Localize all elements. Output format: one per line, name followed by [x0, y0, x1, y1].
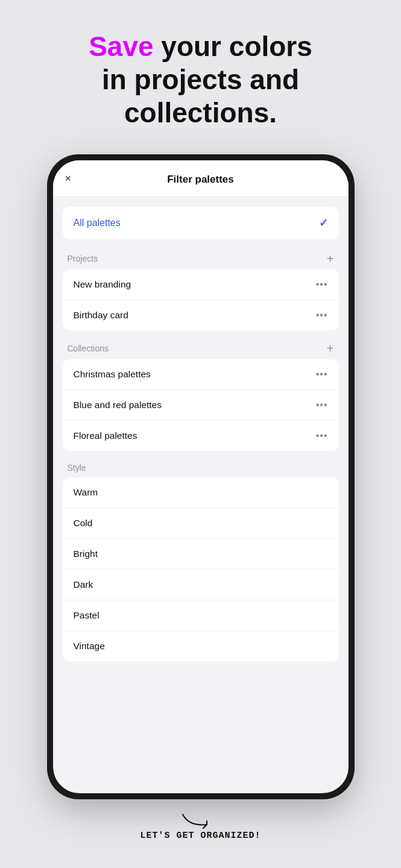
- style-label: Warm: [74, 487, 98, 498]
- style-item[interactable]: Pastel: [63, 600, 339, 631]
- close-button[interactable]: ×: [65, 173, 72, 184]
- save-word: Save: [89, 31, 153, 62]
- style-section-label: Style: [68, 463, 86, 473]
- style-label: Pastel: [74, 610, 99, 621]
- scroll-area: All palettes ✓ Projects + New branding •…: [53, 197, 349, 682]
- projects-list: New branding ••• Birthday card •••: [63, 269, 339, 330]
- all-palettes-row[interactable]: All palettes ✓: [63, 207, 339, 239]
- all-palettes-label: All palettes: [74, 218, 121, 228]
- check-icon: ✓: [319, 216, 328, 230]
- arrow-icon: [177, 811, 225, 829]
- projects-section-header: Projects +: [63, 249, 339, 269]
- style-item[interactable]: Dark: [63, 570, 339, 600]
- modal-title: Filter palettes: [167, 174, 234, 186]
- project-label: New branding: [74, 279, 131, 290]
- collections-add-button[interactable]: +: [327, 342, 334, 354]
- bottom-tagline: LET'S GET ORGANIZED!: [140, 811, 260, 841]
- style-item[interactable]: Bright: [63, 539, 339, 570]
- collection-label: Blue and red palettes: [74, 400, 162, 410]
- collection-more-button[interactable]: •••: [316, 369, 328, 380]
- list-item[interactable]: Birthday card •••: [63, 300, 339, 330]
- list-item[interactable]: Blue and red palettes •••: [63, 390, 339, 421]
- tagline-text: LET'S GET ORGANIZED!: [140, 831, 260, 841]
- headline: Save your colorsin projects andcollectio…: [89, 30, 312, 130]
- style-section-header: Style: [63, 459, 339, 477]
- project-more-button[interactable]: •••: [316, 279, 328, 290]
- style-label: Bright: [74, 549, 98, 559]
- modal-header: × Filter palettes: [53, 160, 349, 197]
- project-more-button[interactable]: •••: [316, 310, 328, 321]
- style-label: Cold: [74, 518, 93, 529]
- collection-label: Floreal palettes: [74, 430, 137, 441]
- list-item[interactable]: Christmas palettes •••: [63, 359, 339, 390]
- collections-section-header: Collections +: [63, 339, 339, 359]
- style-label: Vintage: [74, 641, 105, 652]
- list-item[interactable]: Floreal palettes •••: [63, 421, 339, 451]
- style-item[interactable]: Warm: [63, 477, 339, 508]
- style-label: Dark: [74, 579, 93, 590]
- projects-section-label: Projects: [68, 254, 98, 263]
- collection-label: Christmas palettes: [74, 369, 151, 380]
- project-label: Birthday card: [74, 310, 128, 321]
- style-item[interactable]: Cold: [63, 508, 339, 539]
- collections-section-label: Collections: [68, 344, 109, 353]
- collection-more-button[interactable]: •••: [316, 400, 328, 410]
- collection-more-button[interactable]: •••: [316, 430, 328, 441]
- collections-list: Christmas palettes ••• Blue and red pale…: [63, 359, 339, 451]
- list-item[interactable]: New branding •••: [63, 269, 339, 300]
- projects-add-button[interactable]: +: [327, 253, 334, 265]
- phone-screen: × Filter palettes All palettes ✓ Project…: [53, 160, 349, 793]
- styles-list: Warm Cold Bright Dark Pastel Vintage: [63, 477, 339, 661]
- style-item[interactable]: Vintage: [63, 631, 339, 661]
- phone-frame: × Filter palettes All palettes ✓ Project…: [47, 154, 355, 799]
